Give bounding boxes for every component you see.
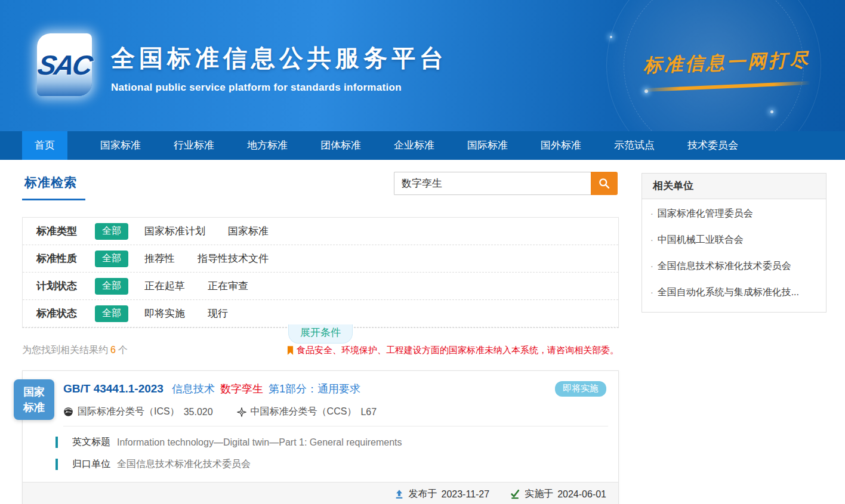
sidebar-item-label: 国家标准化管理委员会 xyxy=(658,208,753,218)
filter-row-standard-type: 标准类型 全部 国家标准计划 国家标准 xyxy=(23,218,618,245)
content-area: 标准检索 标准类型 全部 国家标准计划 国家标准 标准性质 全部 xyxy=(0,160,845,504)
sidebar-item-label: 全国自动化系统与集成标准化技... xyxy=(658,287,799,297)
bullet: · xyxy=(650,235,653,245)
right-column: 相关单位 ·国家标准化管理委员会 ·中国机械工业联合会 ·全国信息技术标准化技术… xyxy=(642,173,827,504)
slogan-block: 标准信息一网打尽 xyxy=(643,50,810,88)
ccs-value: L67 xyxy=(360,407,377,418)
standard-result-card: 国家 标准 GB/T 43441.1-2023 信息技术 数字孪生 第1部分：通… xyxy=(22,370,619,504)
search-button[interactable] xyxy=(591,172,618,195)
related-units-title: 相关单位 xyxy=(642,174,826,199)
card-title-row: GB/T 43441.1-2023 信息技术 数字孪生 第1部分：通用要求 即将… xyxy=(23,371,618,397)
filter-all-button[interactable]: 全部 xyxy=(95,305,128,322)
nav-tab-technical-committee[interactable]: 技术委员会 xyxy=(687,131,738,160)
english-title-row: 英文标题 Information technology—Digital twin… xyxy=(55,436,608,449)
status-badge: 即将实施 xyxy=(555,381,606,397)
publish-date-group: 发布于 2023-11-27 xyxy=(394,488,490,500)
search-input[interactable] xyxy=(394,172,591,195)
ics-label: 国际标准分类号（ICS） xyxy=(78,406,180,418)
filter-option[interactable]: 正在起草 xyxy=(144,279,185,293)
compass-icon xyxy=(237,407,246,417)
notice-text: 食品安全、环境保护、工程建设方面的国家标准未纳入本系统，请咨询相关部委。 xyxy=(297,345,619,356)
badge-line2: 标准 xyxy=(23,400,45,415)
nav-tab-home[interactable]: 首页 xyxy=(22,131,67,160)
bullet: · xyxy=(650,209,653,218)
implement-date: 2024-06-01 xyxy=(557,489,606,500)
sac-logo[interactable]: SAC xyxy=(37,33,92,96)
committee-label: 归口单位 xyxy=(72,458,110,471)
filter-row-standard-status: 标准状态 全部 即将实施 现行 xyxy=(23,300,618,327)
expand-conditions-button[interactable]: 展开条件 xyxy=(288,324,353,344)
slogan-text: 标准信息一网打尽 xyxy=(643,47,810,78)
main-column: 标准检索 标准类型 全部 国家标准计划 国家标准 标准性质 全部 xyxy=(22,160,619,504)
publish-upload-icon xyxy=(394,489,405,500)
bookmark-icon xyxy=(287,346,294,355)
publish-label: 发布于 xyxy=(409,488,437,500)
sidebar-item-label: 中国机械工业联合会 xyxy=(658,234,744,245)
nav-tab-national-standards[interactable]: 国家标准 xyxy=(100,131,141,160)
sidebar-item-sac[interactable]: ·国家标准化管理委员会 xyxy=(642,199,826,225)
nav-tab-group-standards[interactable]: 团体标准 xyxy=(320,131,361,160)
badge-line1: 国家 xyxy=(23,384,45,400)
main-nav: 首页 国家标准 行业标准 地方标准 团体标准 企业标准 国际标准 国外标准 示范… xyxy=(0,131,845,160)
filter-option[interactable]: 国家标准 xyxy=(228,224,269,238)
english-title-label: 英文标题 xyxy=(72,436,110,449)
filter-label: 计划状态 xyxy=(36,279,95,293)
nav-tab-local-standards[interactable]: 地方标准 xyxy=(247,131,288,160)
filter-label: 标准状态 xyxy=(36,307,95,320)
nav-tab-industry-standards[interactable]: 行业标准 xyxy=(174,131,214,160)
globe-icon xyxy=(63,407,73,417)
filter-panel: 标准类型 全部 国家标准计划 国家标准 标准性质 全部 推荐性 指导性技术文件 … xyxy=(22,217,619,328)
sidebar-item-machinery[interactable]: ·中国机械工业联合会 xyxy=(642,225,826,252)
filter-row-plan-status: 计划状态 全部 正在起草 正在审查 xyxy=(23,273,618,300)
filter-option[interactable]: 推荐性 xyxy=(144,252,175,265)
national-standard-badge[interactable]: 国家 标准 xyxy=(14,379,54,420)
standard-title-part1[interactable]: 信息技术 xyxy=(172,382,215,396)
sidebar-item-it-committee[interactable]: ·全国信息技术标准化技术委员会 xyxy=(642,252,826,278)
filter-option[interactable]: 即将实施 xyxy=(144,307,185,320)
search-group xyxy=(394,172,618,195)
teal-bar xyxy=(55,437,58,448)
standard-title-part2[interactable]: 第1部分：通用要求 xyxy=(269,382,360,396)
nav-tab-pilot[interactable]: 示范试点 xyxy=(614,131,655,160)
nav-tab-foreign-standards[interactable]: 国外标准 xyxy=(541,131,581,160)
star-dot xyxy=(770,110,773,113)
filter-all-button[interactable]: 全部 xyxy=(95,251,128,267)
system-notice: 食品安全、环境保护、工程建设方面的国家标准未纳入本系统，请咨询相关部委。 xyxy=(287,345,619,356)
committee-value: 全国信息技术标准化技术委员会 xyxy=(117,458,251,471)
page-header: SAC 全国标准信息公共服务平台 National public service… xyxy=(0,0,845,131)
nav-tab-enterprise-standards[interactable]: 企业标准 xyxy=(394,131,434,160)
filter-option[interactable]: 指导性技术文件 xyxy=(198,252,269,265)
platform-title: 全国标准信息公共服务平台 xyxy=(111,42,448,75)
result-count-number: 6 xyxy=(110,345,116,355)
card-meta-row: 国际标准分类号（ICS） 35.020 中国标准分类号（CCS） L67 xyxy=(63,397,608,426)
result-count-suffix: 个 xyxy=(118,345,128,355)
publish-date: 2023-11-27 xyxy=(442,489,490,500)
committee-row: 归口单位 全国信息技术标准化技术委员会 xyxy=(55,458,608,471)
filter-all-button[interactable]: 全部 xyxy=(95,278,128,295)
ics-value: 35.020 xyxy=(184,407,213,418)
platform-title-block: 全国标准信息公共服务平台 National public service pla… xyxy=(111,42,448,94)
bullet: · xyxy=(650,261,653,271)
standard-code-link[interactable]: GB/T 43441.1-2023 xyxy=(63,382,164,395)
standard-title-highlight[interactable]: 数字孪生 xyxy=(220,382,263,396)
ccs-group: 中国标准分类号（CCS） L67 xyxy=(237,406,377,418)
filter-label: 标准类型 xyxy=(36,224,95,238)
section-title: 标准检索 xyxy=(22,172,85,200)
sidebar-item-automation-committee[interactable]: ·全国自动化系统与集成标准化技... xyxy=(642,278,826,312)
filter-option[interactable]: 正在审查 xyxy=(208,279,248,293)
filter-option[interactable]: 国家标准计划 xyxy=(144,224,205,238)
ccs-label: 中国标准分类号（CCS） xyxy=(251,406,357,418)
implement-date-group: 实施于 2024-06-01 xyxy=(510,488,606,500)
teal-bar xyxy=(55,459,58,470)
ics-group: 国际标准分类号（ICS） 35.020 xyxy=(63,406,213,418)
filter-option[interactable]: 现行 xyxy=(208,307,228,320)
nav-tab-international-standards[interactable]: 国际标准 xyxy=(467,131,508,160)
search-icon xyxy=(598,177,610,190)
result-count-prefix: 为您找到相关结果约 xyxy=(22,345,108,355)
implement-label: 实施于 xyxy=(525,488,553,500)
sidebar-item-label: 全国信息技术标准化技术委员会 xyxy=(658,261,791,271)
filter-all-button[interactable]: 全部 xyxy=(95,223,128,240)
result-count: 为您找到相关结果约6个 xyxy=(22,344,128,357)
star-dot xyxy=(610,36,612,38)
card-footer: 发布于 2023-11-27 实施于 2024-06-01 xyxy=(23,482,618,504)
